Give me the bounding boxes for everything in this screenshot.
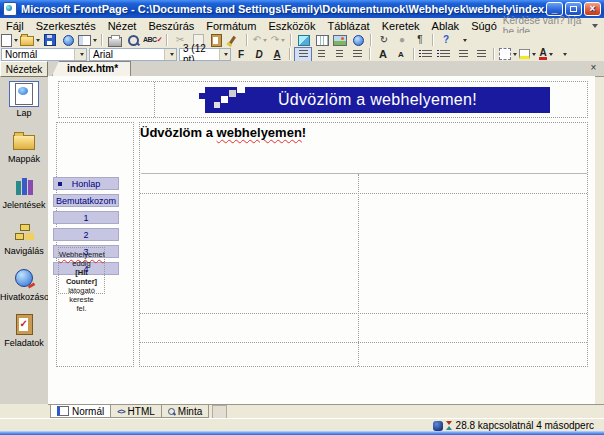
print-button[interactable] xyxy=(107,34,123,47)
nav-button-1[interactable]: 1 xyxy=(53,211,119,224)
preview-magnifier-icon xyxy=(168,408,175,415)
normal-view-icon xyxy=(57,406,69,416)
hit-counter-block[interactable]: Webhelyemet eddig [Hit Counter] látogató… xyxy=(58,247,105,294)
align-right-button[interactable] xyxy=(331,48,347,61)
menu-tools[interactable]: Eszközök xyxy=(262,19,321,33)
nav-button-honlap[interactable]: Honlap xyxy=(53,177,119,190)
chevron-down-icon xyxy=(532,53,536,56)
format-painter-button[interactable] xyxy=(226,34,242,47)
chevron-down-icon xyxy=(80,53,84,56)
bulleted-list-button[interactable] xyxy=(437,48,453,61)
menu-insert[interactable]: Beszúrás xyxy=(142,19,200,33)
chevron-down-icon xyxy=(93,39,97,42)
folder-list-button[interactable] xyxy=(78,34,97,47)
web-component-icon xyxy=(298,35,310,46)
toolbar-separator xyxy=(432,34,434,46)
restore-icon xyxy=(570,6,577,12)
sidebar-item-navigation[interactable]: Navigálás xyxy=(0,215,48,261)
align-left-button[interactable] xyxy=(295,48,311,61)
refresh-button[interactable]: ↻ xyxy=(376,34,392,47)
align-center-button[interactable] xyxy=(313,48,329,61)
pilcrow-icon: ¶ xyxy=(417,34,422,46)
sidebar-item-reports[interactable]: Jelentések xyxy=(0,169,48,215)
save-button[interactable] xyxy=(42,34,58,47)
menu-view[interactable]: Nézet xyxy=(102,19,143,33)
font-combo[interactable]: Arial xyxy=(89,48,177,61)
menu-bar: Fájl Szerkesztés Nézet Beszúrás Formátum… xyxy=(0,18,604,34)
web-component-button[interactable] xyxy=(296,34,312,47)
font-color-button[interactable]: A xyxy=(538,48,554,61)
content-table-outer xyxy=(139,122,588,367)
menu-window[interactable]: Ablak xyxy=(426,19,466,33)
menu-help[interactable]: Súgó xyxy=(465,19,503,33)
sidebar-item-page[interactable]: Lap xyxy=(0,77,48,123)
folders-view-icon xyxy=(13,135,35,150)
underline-button[interactable]: A xyxy=(269,48,285,61)
publish-web-button[interactable] xyxy=(60,34,76,47)
decrease-indent-button[interactable] xyxy=(455,48,471,61)
numbered-list-button[interactable] xyxy=(419,48,435,61)
toolbar-separator xyxy=(413,48,415,60)
menu-table[interactable]: Táblázat xyxy=(321,19,375,33)
toolbar-options-button[interactable] xyxy=(556,48,572,61)
banner-pixel-decoration xyxy=(214,102,220,108)
insert-hyperlink-button[interactable] xyxy=(350,34,366,47)
menu-frames[interactable]: Keretek xyxy=(376,19,426,33)
banner-pixel-decoration xyxy=(199,93,205,99)
page-editor-canvas[interactable]: Üdvözlöm a webhelyemen! Honlap Bemutatko… xyxy=(48,76,595,404)
document-tab-index-htm[interactable]: index.htm* xyxy=(52,61,131,76)
stop-icon: ● xyxy=(399,34,405,46)
help-icon: ? xyxy=(443,34,449,46)
views-header: Nézetek xyxy=(0,61,48,77)
nav-button-2[interactable]: 2 xyxy=(53,228,119,241)
insert-picture-button[interactable] xyxy=(332,34,348,47)
show-all-button[interactable]: ¶ xyxy=(412,34,428,47)
tab-preview-view[interactable]: Minta xyxy=(161,405,209,418)
menu-format[interactable]: Formátum xyxy=(200,19,262,33)
sidebar-item-folders[interactable]: Mappák xyxy=(0,123,48,169)
nav-button-bemutatkozom[interactable]: Bemutatkozom xyxy=(53,194,119,207)
page-heading[interactable]: Üdvözlöm a webhelyemen! xyxy=(140,125,306,140)
insert-table-button[interactable] xyxy=(314,34,330,47)
borders-button[interactable] xyxy=(499,48,517,61)
table-icon xyxy=(316,35,329,46)
italic-button[interactable]: D xyxy=(251,48,267,61)
undo-button[interactable]: ↶ xyxy=(252,34,268,47)
page-banner[interactable]: Üdvözlöm a webhelyemen! xyxy=(205,87,550,113)
decrease-font-button[interactable]: A xyxy=(393,48,409,61)
stop-button[interactable]: ● xyxy=(394,34,410,47)
style-combo[interactable]: Normál xyxy=(1,48,87,61)
open-button[interactable] xyxy=(20,34,40,47)
toolbar-separator xyxy=(246,34,248,46)
menu-file[interactable]: Fájl xyxy=(0,19,30,33)
sidebar-item-hyperlinks[interactable]: Hivatkozások xyxy=(0,261,48,307)
redo-button[interactable]: ↷ xyxy=(270,34,286,47)
document-tab-bar: index.htm* × xyxy=(48,61,604,77)
table-row-border xyxy=(140,193,587,194)
font-size-combo[interactable]: 3 (12 pt) xyxy=(179,48,231,61)
frontpage-app-icon xyxy=(3,2,17,16)
standard-toolbar: ABC✓ ✂ ↶ ↷ ↻ ● ¶ ? xyxy=(0,33,604,48)
preview-button[interactable] xyxy=(125,34,141,47)
justify-button[interactable] xyxy=(349,48,365,61)
sidebar-item-tasks[interactable]: Feladatok xyxy=(0,307,48,353)
navigation-view-icon xyxy=(14,224,34,240)
align-right-icon xyxy=(336,50,343,59)
tab-normal-view[interactable]: Normál xyxy=(50,405,111,418)
increase-indent-button[interactable] xyxy=(473,48,489,61)
spelling-button[interactable]: ABC✓ xyxy=(143,34,162,47)
bold-button[interactable]: F xyxy=(233,48,249,61)
picture-icon xyxy=(333,35,347,46)
increase-font-button[interactable]: A xyxy=(375,48,391,61)
toolbar-separator xyxy=(166,34,168,46)
bullet-icon xyxy=(58,182,62,186)
help-button[interactable]: ? xyxy=(438,34,454,47)
borders-icon xyxy=(499,48,511,60)
highlight-button[interactable] xyxy=(519,48,536,61)
toolbar-options-button[interactable] xyxy=(456,34,472,47)
new-page-button[interactable] xyxy=(1,34,18,47)
close-pane-button[interactable]: × xyxy=(587,62,600,75)
menu-edit[interactable]: Szerkesztés xyxy=(30,19,102,33)
chevron-down-icon xyxy=(549,53,553,56)
tab-html-view[interactable]: <> HTML xyxy=(110,405,162,418)
